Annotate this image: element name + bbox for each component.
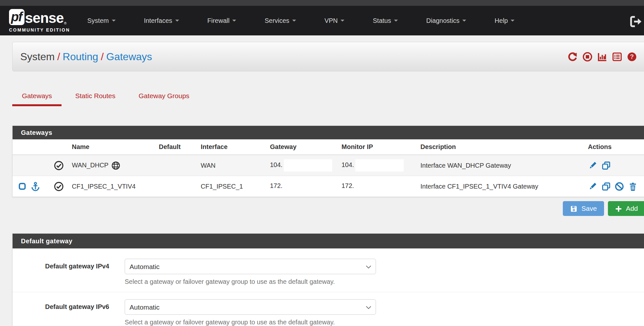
gateway-description: Interface WAN_DHCP Gateway <box>418 155 585 176</box>
breadcrumb-link-routing[interactable]: Routing <box>63 51 98 62</box>
edit-gateway-button[interactable] <box>588 182 597 191</box>
floppy-icon <box>570 204 578 212</box>
table-header-row: Name Default Interface Gateway Monitor I… <box>13 139 644 155</box>
redaction-box <box>355 180 404 192</box>
gateways-panel-title: Gateways <box>13 126 644 139</box>
default-gateway-ipv4-label: Default gateway IPv4 <box>13 259 109 285</box>
add-button[interactable]: Add <box>608 201 644 216</box>
col-header-monitor-ip: Monitor IP <box>339 139 418 155</box>
delete-gateway-button[interactable] <box>628 182 638 191</box>
logo-subtitle: COMMUNITY EDITION <box>9 27 72 33</box>
caret-down-icon <box>232 20 236 22</box>
page-toolbar <box>568 52 637 62</box>
caret-down-icon <box>394 20 398 22</box>
square-icon <box>18 182 27 191</box>
gateway-interface: WAN <box>198 155 267 176</box>
copy-gateway-button[interactable] <box>601 161 611 170</box>
gateway-address: 104. <box>270 161 283 168</box>
tab-gateways[interactable]: Gateways <box>12 89 62 106</box>
breadcrumb-link-gateways[interactable]: Gateways <box>106 51 152 62</box>
caret-down-icon <box>511 20 514 22</box>
default-gateway-panel: Default gateway Default gateway IPv4 Aut… <box>12 233 644 326</box>
help-icon[interactable] <box>627 52 637 62</box>
col-header-default: Default <box>156 139 198 155</box>
nav-item-status[interactable]: Status <box>373 17 398 24</box>
monitor-ip: 172. <box>341 182 354 189</box>
monitor-ip: 104. <box>341 161 354 168</box>
nav-item-help[interactable]: Help <box>495 17 514 24</box>
logo-pf: pf <box>9 9 24 25</box>
nav-item-vpn[interactable]: VPN <box>324 17 344 24</box>
field-row-ipv4: Default gateway IPv4 Automatic Select a … <box>13 252 644 292</box>
table-row: CF1_IPSEC_1_VTIV4 CF1_IPSEC_1 172. 172. … <box>13 176 644 197</box>
breadcrumb: System/Routing/Gateways <box>20 51 152 63</box>
breadcrumb-root: System <box>20 51 55 62</box>
caret-down-icon <box>292 20 296 22</box>
button-row: Save Add <box>12 201 644 216</box>
default-gateway-ipv4-select[interactable]: Automatic <box>125 259 376 274</box>
caret-down-icon <box>462 20 466 22</box>
redaction-box <box>284 180 332 192</box>
nav-item-system[interactable]: System <box>87 17 116 24</box>
default-gateway-ipv6-select[interactable]: Automatic <box>125 299 376 315</box>
gateway-default <box>156 176 198 197</box>
edit-gateway-button[interactable] <box>588 161 597 170</box>
window-top-strip <box>0 0 644 6</box>
nav-item-firewall[interactable]: Firewall <box>207 17 236 24</box>
gateway-name: CF1_IPSEC_1_VTIV4 <box>72 183 136 190</box>
default-gateway-form: Default gateway IPv4 Automatic Select a … <box>13 248 644 326</box>
gateways-table: Name Default Interface Gateway Monitor I… <box>13 139 644 197</box>
gateway-address: 172. <box>270 182 283 189</box>
main-navbar: pfsense® COMMUNITY EDITION System Interf… <box>0 6 644 35</box>
redaction-box <box>355 159 404 172</box>
log-list-icon[interactable] <box>612 52 622 62</box>
nav-item-diagnostics[interactable]: Diagnostics <box>426 17 466 24</box>
caret-down-icon <box>112 20 116 22</box>
default-gateway-panel-title: Default gateway <box>13 234 644 248</box>
col-header-name: Name <box>69 139 156 155</box>
tab-gateway-groups[interactable]: Gateway Groups <box>129 89 199 106</box>
gateway-description: Interface CF1_IPSEC_1_VTIV4 Gateway <box>418 176 585 197</box>
nav-item-services[interactable]: Services <box>264 17 296 24</box>
col-header-actions: Actions <box>585 139 644 155</box>
col-header-description: Description <box>418 139 585 155</box>
plus-icon <box>615 205 622 212</box>
table-row: WAN_DHCP WAN 104. 104. Interface WAN_DHC… <box>13 155 644 176</box>
breadcrumb-separator: / <box>55 51 63 62</box>
caret-down-icon <box>341 20 344 22</box>
nav-item-interfaces[interactable]: Interfaces <box>144 17 179 24</box>
logo-registered-mark: ® <box>64 22 67 25</box>
default-gateway-ipv6-label: Default gateway IPv6 <box>13 299 109 326</box>
logo-sense: sense <box>25 11 64 25</box>
globe-icon <box>111 161 120 168</box>
bar-chart-icon[interactable] <box>597 52 607 62</box>
sign-out-icon[interactable] <box>629 15 642 28</box>
gateway-interface: CF1_IPSEC_1 <box>198 176 267 197</box>
breadcrumb-bar: System/Routing/Gateways <box>12 42 644 71</box>
gateways-panel: Gateways Name Default Interface Gateway … <box>12 126 644 197</box>
refresh-icon[interactable] <box>568 52 578 62</box>
copy-gateway-button[interactable] <box>601 182 611 191</box>
breadcrumb-separator: / <box>98 51 106 62</box>
save-button[interactable]: Save <box>563 201 604 216</box>
default-gateway-ipv6-help: Select a gateway or failover gateway gro… <box>125 319 376 326</box>
disable-gateway-button[interactable] <box>615 182 624 191</box>
pfsense-logo[interactable]: pfsense® COMMUNITY EDITION <box>9 9 72 33</box>
check-circle-icon <box>54 161 64 168</box>
col-header-gateway: Gateway <box>267 139 339 155</box>
redaction-box <box>284 159 332 172</box>
stop-circle-icon[interactable] <box>582 52 592 62</box>
gateway-default <box>156 155 198 176</box>
col-header-interface: Interface <box>198 139 267 155</box>
tab-bar: Gateways Static Routes Gateway Groups <box>12 89 203 106</box>
check-circle-icon <box>54 182 64 189</box>
field-row-ipv6: Default gateway IPv6 Automatic Select a … <box>13 292 644 326</box>
nav-menu: System Interfaces Firewall Services VPN … <box>87 17 543 24</box>
default-gateway-ipv4-help: Select a gateway or failover gateway gro… <box>125 278 376 285</box>
anchor-icon <box>31 182 40 191</box>
caret-down-icon <box>175 20 179 22</box>
gateway-name: WAN_DHCP <box>72 161 109 168</box>
tab-static-routes[interactable]: Static Routes <box>65 89 125 106</box>
